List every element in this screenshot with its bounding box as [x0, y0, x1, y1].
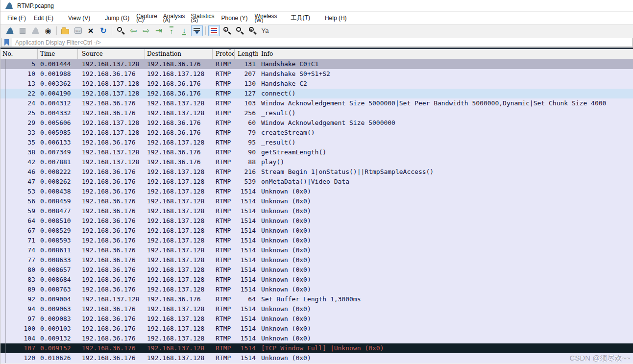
filter-bookmark-button[interactable]	[1, 38, 12, 47]
go-to-top-icon[interactable]: ↑	[166, 25, 177, 36]
cell-destination: 192.168.137.128	[145, 343, 213, 353]
cell-length: 539	[235, 177, 258, 187]
packet-row[interactable]: 100 0.009103 192.168.36.176 192.168.137.…	[0, 324, 633, 334]
packet-row[interactable]: 71 0.008593 192.168.36.176 192.168.137.1…	[0, 236, 633, 245]
close-file-icon[interactable]: ×	[85, 25, 97, 36]
cell-info: Unknown (0x0)	[258, 196, 633, 206]
packet-row[interactable]: 92 0.009004 192.168.137.128 192.168.36.1…	[0, 294, 633, 304]
packet-row[interactable]: 83 0.008684 192.168.36.176 192.168.137.1…	[0, 275, 633, 285]
menu-item-6[interactable]: Statistics(S)	[188, 14, 218, 23]
cell-no: 25	[0, 108, 38, 118]
packet-row[interactable]: 47 0.008262 192.168.36.176 192.168.137.1…	[0, 177, 633, 187]
go-back-icon[interactable]: ⇦	[127, 25, 139, 36]
packet-row[interactable]: 46 0.008222 192.168.36.176 192.168.137.1…	[0, 167, 633, 177]
cell-source: 192.168.36.176	[78, 226, 145, 236]
packet-row[interactable]: 33 0.005985 192.168.137.128 192.168.36.1…	[0, 128, 633, 138]
menu-item-2[interactable]: View (V)	[64, 13, 94, 23]
cell-destination: 192.168.137.128	[145, 196, 213, 206]
cell-no: 100	[0, 324, 38, 334]
stop-capture-icon[interactable]	[17, 25, 28, 36]
open-file-icon[interactable]	[59, 25, 71, 36]
column-header-proto[interactable]: Protoc^	[213, 49, 235, 59]
cell-source: 192.168.36.176	[78, 206, 145, 216]
go-to-packet-icon: ⇥	[155, 27, 162, 35]
cell-protocol: RTMP	[213, 196, 235, 206]
packet-row[interactable]: 97 0.009083 192.168.36.176 192.168.137.1…	[0, 314, 633, 324]
go-forward-icon[interactable]: ⇨	[140, 25, 152, 36]
zoom-out-icon[interactable]: −	[234, 25, 245, 36]
go-to-bottom-icon[interactable]: ↓	[178, 25, 190, 36]
packet-row[interactable]: 89 0.008763 192.168.36.176 192.168.137.1…	[0, 285, 633, 294]
packet-row[interactable]: 59 0.008477 192.168.36.176 192.168.137.1…	[0, 206, 633, 216]
menu-item-9[interactable]: 工具(T)	[287, 12, 314, 24]
cell-time: 0.008633	[38, 255, 78, 265]
packet-row[interactable]: 56 0.008459 192.168.36.176 192.168.137.1…	[0, 196, 633, 206]
packet-row[interactable]: 22 0.004190 192.168.137.128 192.168.36.1…	[0, 89, 633, 98]
cell-destination: 192.168.137.128	[145, 138, 213, 147]
cell-destination: 192.168.137.128	[145, 69, 213, 79]
packet-row[interactable]: 25 0.004332 192.168.36.176 192.168.137.1…	[0, 108, 633, 118]
restart-capture-icon[interactable]	[29, 25, 41, 36]
cell-time: 0.009132	[38, 334, 78, 343]
cell-info: Handshake S0+S1+S2	[258, 69, 633, 79]
display-filter-input[interactable]	[12, 38, 632, 47]
start-capture-icon	[6, 27, 14, 34]
packet-row[interactable]: 10 0.001988 192.168.36.176 192.168.137.1…	[0, 69, 633, 79]
cell-time: 0.004332	[38, 108, 78, 118]
packet-row[interactable]: 53 0.008438 192.168.36.176 192.168.137.1…	[0, 187, 633, 196]
cell-info: Unknown (0x0)	[258, 314, 633, 324]
packet-row[interactable]: 24 0.004312 192.168.36.176 192.168.137.1…	[0, 98, 633, 108]
packet-row[interactable]: 5 0.001444 192.168.137.128 192.168.36.17…	[0, 59, 633, 69]
column-header-time[interactable]: Time	[38, 49, 78, 59]
menu-item-0[interactable]: File (F)	[3, 13, 30, 23]
column-header-len[interactable]: Length	[235, 49, 258, 59]
packet-row[interactable]: 120 0.010626 192.168.36.176 192.168.137.…	[0, 353, 633, 363]
packet-row[interactable]: 94 0.009063 192.168.36.176 192.168.137.1…	[0, 304, 633, 314]
go-to-top-icon: ↑	[170, 26, 173, 35]
cell-source: 192.168.36.176	[78, 353, 145, 363]
packet-row[interactable]: 35 0.006133 192.168.36.176 192.168.137.1…	[0, 138, 633, 147]
reload-file-icon[interactable]: ↻	[97, 25, 109, 36]
menu-item-10[interactable]: Help (H)	[321, 13, 351, 23]
column-header-info[interactable]: Info	[258, 49, 633, 59]
packet-row[interactable]: 67 0.008529 192.168.36.176 192.168.137.1…	[0, 226, 633, 236]
go-to-packet-icon[interactable]: ⇥	[153, 25, 165, 36]
capture-options-icon[interactable]: ◉	[42, 25, 54, 36]
packet-row[interactable]: 42 0.007881 192.168.137.128 192.168.36.1…	[0, 157, 633, 167]
packet-row[interactable]: 104 0.009132 192.168.36.176 192.168.137.…	[0, 334, 633, 343]
wireshark-logo-icon	[5, 2, 13, 9]
packet-row[interactable]: 64 0.008510 192.168.36.176 192.168.137.1…	[0, 216, 633, 226]
main-toolbar: ◉010×↻⇦⇨⇥↑↓+−=Ya	[0, 24, 633, 37]
menu-item-3[interactable]: Jump (G)	[101, 13, 133, 23]
colorize-icon[interactable]	[208, 25, 220, 36]
toolbar-separator	[112, 26, 112, 35]
column-header-dst[interactable]: Destination	[145, 49, 213, 59]
find-packet-icon[interactable]	[115, 25, 126, 36]
menu-item-8[interactable]: Wireless(W)	[252, 14, 280, 23]
packet-row[interactable]: 29 0.005606 192.168.137.128 192.168.36.1…	[0, 118, 633, 128]
packet-row[interactable]: 38 0.007349 192.168.137.128 192.168.36.1…	[0, 147, 633, 157]
packet-row[interactable]: 107 0.009152 192.168.36.176 192.168.137.…	[0, 343, 633, 353]
zoom-reset-icon[interactable]: =	[246, 25, 258, 36]
packet-row[interactable]: 74 0.008611 192.168.36.176 192.168.137.1…	[0, 245, 633, 255]
resize-columns-label[interactable]: Ya	[259, 25, 271, 36]
packet-row[interactable]: 80 0.008657 192.168.36.176 192.168.137.1…	[0, 265, 633, 275]
column-header-no[interactable]: No.	[0, 49, 38, 59]
save-file-icon[interactable]: 010	[72, 25, 84, 36]
menu-item-1[interactable]: Edit (E)	[30, 13, 57, 23]
column-header-src[interactable]: Source	[78, 49, 145, 59]
packet-row[interactable]: 77 0.008633 192.168.36.176 192.168.137.1…	[0, 255, 633, 265]
menu-item-4[interactable]: Capture(C)	[133, 14, 160, 23]
cell-info: _result()	[258, 108, 633, 118]
zoom-in-icon[interactable]: +	[221, 25, 233, 36]
cell-no: 89	[0, 285, 38, 294]
packet-row[interactable]: 13 0.003362 192.168.137.128 192.168.36.1…	[0, 79, 633, 89]
cell-no: 120	[0, 353, 38, 363]
menu-item-7[interactable]: Phone (Y)	[218, 13, 252, 23]
start-capture-icon[interactable]	[4, 25, 16, 36]
menu-item-5[interactable]: Analysis(A)	[160, 14, 188, 23]
cell-time: 0.005985	[38, 128, 78, 138]
cell-length: 1514	[235, 187, 258, 196]
auto-scroll-icon[interactable]	[191, 25, 203, 36]
cell-protocol: RTMP	[213, 206, 235, 216]
